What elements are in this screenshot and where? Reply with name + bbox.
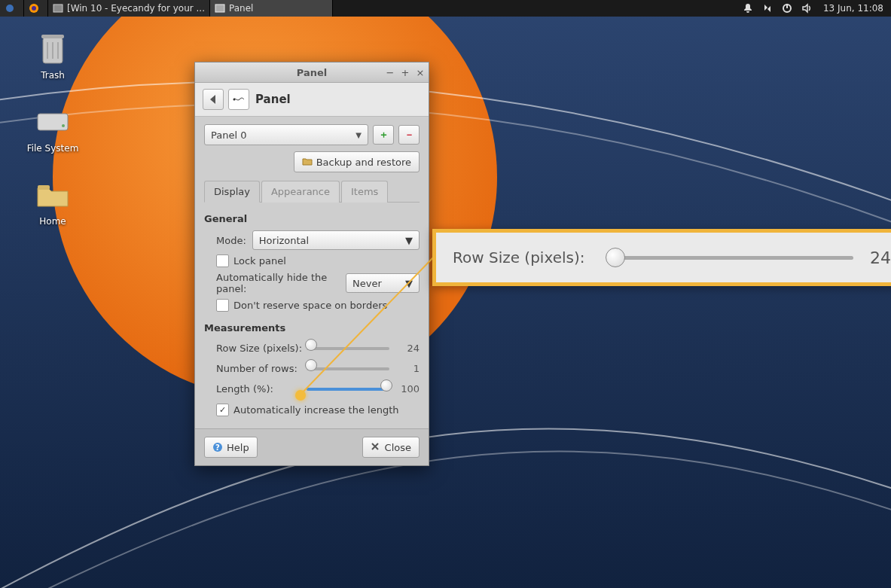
notification-icon[interactable] [742, 2, 754, 14]
system-tray: 13 Jun, 11:08 [742, 2, 891, 14]
slider-thumb[interactable] [305, 359, 317, 371]
reserve-space-checkbox[interactable]: Don't reserve space on borders [216, 299, 420, 312]
dialog-header: Panel [195, 83, 429, 117]
minimize-button[interactable]: − [385, 67, 395, 78]
desktop-icon-label: Home [15, 216, 90, 227]
slider-thumb[interactable] [606, 248, 625, 267]
autoinc-label: Automatically increase the length [233, 404, 399, 416]
desktop: [Win 10 - Eyecandy for your ... Panel 13… [0, 0, 891, 588]
top-panel: [Win 10 - Eyecandy for your ... Panel 13… [0, 0, 891, 17]
app-menu-xfce[interactable] [0, 0, 24, 17]
slider-thumb[interactable] [380, 379, 392, 391]
desktop-icon-home[interactable]: Home [15, 176, 90, 227]
drive-icon [35, 103, 71, 139]
panel-selector[interactable]: Panel 0 ▼ [204, 124, 368, 145]
rowsize-value: 24 [395, 343, 420, 354]
help-button[interactable]: ? Help [204, 437, 258, 458]
firefox-launcher[interactable] [24, 0, 48, 17]
close-window-button[interactable]: × [415, 67, 426, 78]
lock-panel-label: Lock panel [233, 255, 286, 267]
section-general: General [204, 213, 420, 224]
desktop-icons: Trash File System Home [15, 30, 90, 249]
remove-panel-button[interactable]: － [398, 125, 420, 145]
desktop-icon-label: File System [15, 143, 90, 154]
autohide-select[interactable]: Never ▼ [346, 273, 420, 293]
backup-restore-button[interactable]: Backup and restore [294, 151, 420, 172]
callout-rowsize: Row Size (pixels): 24 [432, 229, 891, 286]
tab-items[interactable]: Items [341, 181, 388, 203]
lock-panel-checkbox[interactable]: Lock panel [216, 254, 420, 267]
taskbar-item-panel[interactable]: Panel [210, 0, 333, 17]
backup-label: Backup and restore [316, 157, 411, 168]
xfce-logo-icon [5, 3, 15, 14]
section-measurements: Measurements [204, 322, 420, 334]
numrows-slider[interactable] [307, 364, 389, 374]
checkbox-checked-icon: ✓ [216, 404, 229, 416]
slider-thumb[interactable] [305, 339, 317, 351]
reserve-space-label: Don't reserve space on borders [233, 300, 387, 311]
help-icon: ? [212, 442, 223, 452]
svg-rect-14 [38, 185, 50, 190]
window-icon [53, 3, 63, 14]
tab-display[interactable]: Display [204, 181, 260, 203]
help-label: Help [227, 442, 249, 453]
svg-rect-4 [215, 5, 224, 12]
taskbar-item-browser[interactable]: [Win 10 - Eyecandy for your ... [48, 0, 210, 17]
chevron-down-icon: ▼ [355, 131, 362, 139]
close-label: Close [385, 442, 411, 453]
callout-label: Row Size (pixels): [453, 248, 584, 267]
taskbar: [Win 10 - Eyecandy for your ... Panel [0, 0, 333, 17]
svg-text:?: ? [215, 443, 220, 452]
numrows-label: Number of rows: [216, 363, 307, 374]
clock[interactable]: 13 Jun, 11:08 [820, 3, 883, 14]
svg-rect-3 [53, 5, 63, 12]
add-panel-button[interactable]: ＋ [373, 125, 394, 145]
chevron-down-icon: ▼ [405, 235, 413, 246]
dialog-body: Panel 0 ▼ ＋ － Backup and restore Display… [195, 117, 429, 428]
taskbar-label: [Win 10 - Eyecandy for your ... [67, 3, 205, 14]
volume-icon[interactable] [801, 2, 813, 14]
rowsize-label: Row Size (pixels): [216, 343, 307, 354]
dialog-title: Panel [255, 93, 291, 106]
titlebar[interactable]: Panel − + × [195, 62, 429, 83]
maximize-button[interactable]: + [400, 67, 410, 78]
desktop-icon-filesystem[interactable]: File System [15, 103, 90, 154]
callout-slider[interactable] [607, 248, 853, 267]
back-button[interactable] [203, 89, 224, 110]
mode-select[interactable]: Horizontal ▼ [252, 230, 420, 250]
svg-rect-12 [38, 114, 68, 130]
desktop-icon-trash[interactable]: Trash [15, 30, 90, 81]
checkbox-icon [216, 254, 229, 267]
rowsize-slider[interactable] [307, 343, 389, 354]
mode-value: Horizontal [259, 235, 309, 246]
desktop-icon-label: Trash [15, 70, 90, 81]
svg-point-2 [32, 6, 36, 11]
autoinc-checkbox[interactable]: ✓ Automatically increase the length [216, 404, 420, 416]
svg-point-16 [233, 99, 236, 101]
checkbox-icon [216, 299, 229, 312]
tab-appearance[interactable]: Appearance [261, 181, 340, 203]
dialog-footer: ? Help Close [195, 428, 429, 465]
callout-value: 24 [870, 248, 891, 267]
length-value: 100 [395, 383, 420, 395]
panel-icon [228, 89, 249, 110]
length-slider[interactable] [307, 384, 389, 395]
folder-icon [35, 176, 71, 212]
panel-preferences-dialog: Panel − + × Panel Panel 0 ▼ ＋ － [194, 62, 429, 466]
numrows-value: 1 [395, 363, 420, 374]
svg-point-13 [62, 124, 65, 127]
length-label: Length (%): [216, 383, 307, 395]
svg-rect-8 [41, 35, 64, 38]
close-icon [371, 442, 381, 452]
chevron-down-icon: ▼ [405, 278, 413, 289]
folder-icon [302, 157, 313, 167]
taskbar-label: Panel [229, 3, 253, 14]
mode-label: Mode: [216, 235, 246, 246]
trash-icon [35, 30, 71, 66]
tabs: Display Appearance Items [204, 180, 420, 203]
panel-select-value: Panel 0 [211, 129, 246, 141]
close-button[interactable]: Close [362, 437, 420, 458]
firefox-icon [29, 3, 39, 14]
network-icon[interactable] [761, 2, 774, 14]
power-icon[interactable] [781, 2, 793, 14]
